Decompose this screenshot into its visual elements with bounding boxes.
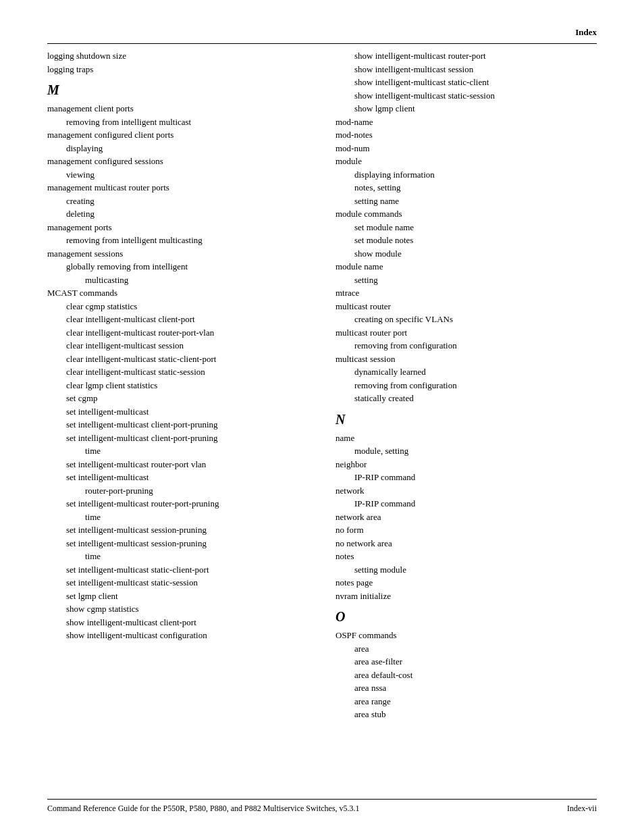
list-item: management configured sessions xyxy=(47,155,308,168)
list-item: show intelligent-multicast static-sessio… xyxy=(336,89,597,103)
list-item: management multicast router ports xyxy=(47,181,308,194)
list-item: management configured client ports xyxy=(47,128,308,142)
list-item: set intelligent-multicast client-port-pr… xyxy=(47,418,308,432)
list-item: multicasting xyxy=(47,273,308,287)
list-item: show intelligent-multicast configuration xyxy=(47,629,308,642)
list-item: deleting xyxy=(47,207,308,221)
list-item: set intelligent-multicast session-prunin… xyxy=(47,523,308,537)
list-item: no network area xyxy=(336,537,597,550)
list-item: setting module xyxy=(336,563,597,577)
list-item: show intelligent-multicast client-port xyxy=(47,616,308,629)
list-item: clear cgmp statistics xyxy=(47,300,308,313)
list-item: removing from intelligent multicasting xyxy=(47,234,308,247)
header-title: Index xyxy=(575,27,597,38)
list-item: set intelligent-multicast static-client-… xyxy=(47,563,308,577)
list-item: show intelligent-multicast session xyxy=(336,63,597,76)
list-item: time xyxy=(47,444,308,458)
list-item: area ase-filter xyxy=(336,655,597,669)
list-item: IP-RIP command xyxy=(336,471,597,484)
right-column: show intelligent-multicast router-port s… xyxy=(336,49,597,721)
list-item: network xyxy=(336,484,597,498)
list-item: notes page xyxy=(336,576,597,590)
n-entries: name module, setting neighbor IP-RIP com… xyxy=(336,432,597,603)
list-item: creating xyxy=(47,194,308,208)
intro-items: logging shutdown size logging traps xyxy=(47,49,308,76)
list-item: set intelligent-multicast static-session xyxy=(47,576,308,590)
list-item: set intelligent-multicast client-port-pr… xyxy=(47,432,308,445)
list-item: IP-RIP command xyxy=(336,497,597,511)
list-item: module commands xyxy=(336,207,597,221)
list-item: notes xyxy=(336,550,597,563)
section-header-M: M xyxy=(47,82,308,98)
list-item: show module xyxy=(336,247,597,261)
list-item: no form xyxy=(336,523,597,537)
list-item: OSPF commands xyxy=(336,629,597,642)
list-item: setting name xyxy=(336,194,597,208)
o-entries: OSPF commands area area ase-filter area … xyxy=(336,629,597,721)
list-item: management ports xyxy=(47,221,308,234)
list-item: neighbor xyxy=(336,458,597,471)
list-item: show intelligent-multicast static-client xyxy=(336,76,597,89)
list-item: nvram initialize xyxy=(336,590,597,603)
list-item: clear intelligent-multicast static-clien… xyxy=(47,353,308,366)
list-item: clear intelligent-multicast router-port-… xyxy=(47,326,308,340)
list-item: set module name xyxy=(336,221,597,234)
list-item: area stub xyxy=(336,708,597,721)
list-item: area default-cost xyxy=(336,669,597,682)
list-item: time xyxy=(47,550,308,563)
list-item: set module notes xyxy=(336,234,597,247)
page-footer: Command Reference Guide for the P550R, P… xyxy=(47,799,597,814)
list-item: name xyxy=(336,432,597,445)
list-item: mod-name xyxy=(336,115,597,129)
list-item: logging shutdown size xyxy=(47,49,308,63)
list-item: setting xyxy=(336,273,597,287)
list-item: MCAST commands xyxy=(47,286,308,300)
list-item: mod-notes xyxy=(336,128,597,142)
list-item: globally removing from intelligent xyxy=(47,260,308,273)
list-item: multicast router xyxy=(336,300,597,313)
section-header-N: N xyxy=(336,412,597,427)
list-item: multicast session xyxy=(336,353,597,366)
list-item: logging traps xyxy=(47,63,308,76)
section-header-O: O xyxy=(336,609,597,625)
list-item: module name xyxy=(336,260,597,273)
list-item: notes, setting xyxy=(336,181,597,194)
list-item: clear lgmp client statistics xyxy=(47,379,308,392)
list-item: management client ports xyxy=(47,102,308,115)
list-item: time xyxy=(47,511,308,524)
list-item: management sessions xyxy=(47,247,308,261)
list-item: set intelligent-multicast router-port-pr… xyxy=(47,497,308,511)
list-item: multicast router port xyxy=(336,326,597,340)
list-item: show intelligent-multicast router-port xyxy=(336,49,597,63)
page: Index logging shutdown size logging trap… xyxy=(0,0,644,834)
list-item: mtrace xyxy=(336,286,597,300)
m-entries: management client ports removing from in… xyxy=(47,102,308,642)
list-item: removing from intelligent multicast xyxy=(47,115,308,129)
list-item: router-port-pruning xyxy=(47,484,308,498)
left-column: logging shutdown size logging traps M ma… xyxy=(47,49,308,721)
list-item: area nssa xyxy=(336,681,597,695)
page-header: Index xyxy=(47,27,597,44)
list-item: set intelligent-multicast router-port vl… xyxy=(47,458,308,471)
footer-right: Index-vii xyxy=(567,804,597,814)
list-item: network area xyxy=(336,511,597,524)
list-item: module, setting xyxy=(336,444,597,458)
list-item: removing from configuration xyxy=(336,379,597,392)
list-item: set intelligent-multicast xyxy=(47,405,308,419)
list-item: displaying information xyxy=(336,168,597,182)
list-item: viewing xyxy=(47,168,308,182)
list-item: clear intelligent-multicast static-sessi… xyxy=(47,365,308,379)
list-item: removing from configuration xyxy=(336,339,597,353)
main-content: logging shutdown size logging traps M ma… xyxy=(47,49,597,721)
list-item: creating on specific VLANs xyxy=(336,313,597,326)
list-item: clear intelligent-multicast client-port xyxy=(47,313,308,326)
list-item: displaying xyxy=(47,142,308,155)
list-item: statically created xyxy=(336,392,597,405)
footer-left: Command Reference Guide for the P550R, P… xyxy=(47,804,360,814)
list-item: set intelligent-multicast session-prunin… xyxy=(47,537,308,550)
list-item: mod-num xyxy=(336,142,597,155)
list-item: set lgmp client xyxy=(47,590,308,603)
list-item: module xyxy=(336,155,597,168)
list-item: show cgmp statistics xyxy=(47,602,308,616)
list-item: set cgmp xyxy=(47,392,308,405)
